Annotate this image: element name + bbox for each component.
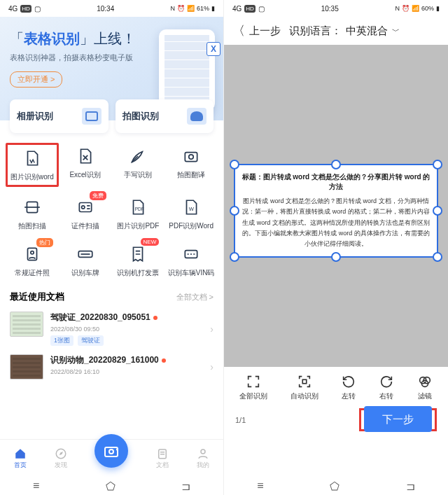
nav-home[interactable]: 首页 [13, 447, 27, 470]
doc-row[interactable]: 驾驶证_20220830_095051 2022/08/30 09:50 1张图… [0, 307, 223, 350]
chat-icon: ▢ [34, 5, 41, 13]
crop-handle-lm[interactable] [230, 206, 239, 216]
rotate-right-icon [379, 374, 394, 389]
next-button[interactable]: 下一步 [364, 406, 432, 432]
compass-icon [54, 447, 68, 460]
chat-icon: ▢ [258, 5, 265, 13]
page-indicator: 1/1 [235, 416, 246, 424]
feature-license-plate[interactable]: 识别车牌 [59, 241, 112, 281]
scan-icon [22, 197, 43, 218]
crop-box[interactable]: 标题：图片转成 word 文档是怎么做的？分享图片转 word 的方法 图片转成… [234, 164, 438, 258]
tool-auto-recognize[interactable]: 自动识别 [290, 374, 318, 401]
crop-handle-tr[interactable] [433, 160, 442, 169]
menu-icon[interactable]: ≡ [257, 480, 263, 492]
crop-handle-bl[interactable] [230, 252, 239, 262]
hd-badge: HD [20, 5, 31, 13]
status-bar: 4G HD ▢ 10:35 N ⏰ 📶 60% ▮ [224, 0, 448, 17]
hd-badge: HD [244, 5, 255, 13]
album-recognize-card[interactable]: 相册识别 [10, 99, 108, 133]
left-phone: 4G HD ▢ 10:34 N ⏰ 📶 61% ▮ 「表格识别」上线！ 表格识别… [0, 0, 224, 495]
excel-doc-icon [75, 146, 96, 167]
svg-point-15 [201, 449, 205, 454]
menu-icon[interactable]: ≡ [33, 480, 39, 492]
tool-filter[interactable]: 滤镜 [417, 374, 433, 401]
nav-docs[interactable]: 文档 [155, 447, 169, 470]
free-badge: 免费 [90, 191, 106, 200]
crop-handle-br[interactable] [433, 252, 442, 262]
person-icon [196, 447, 210, 460]
home-icon [13, 447, 27, 460]
battery-icon: ▮ [436, 5, 440, 12]
svg-text:W: W [189, 206, 195, 212]
recent-header: 最近使用文档 全部文档 > [0, 285, 223, 307]
lang-value[interactable]: 中英混合 [346, 25, 388, 38]
wifi-icon: 📶 [187, 5, 195, 12]
crop-canvas[interactable]: 标题：图片转成 word 文档是怎么做的？分享图片转 word 的方法 图片转成… [224, 45, 448, 367]
feature-scan[interactable]: 拍图扫描 [6, 194, 59, 234]
crop-handle-rm[interactable] [433, 206, 442, 216]
svg-point-8 [31, 251, 34, 254]
network-label: 4G [232, 5, 241, 13]
new-badge: NEW [141, 238, 160, 246]
crop-handle-bm[interactable] [331, 252, 341, 262]
vin-icon [181, 244, 202, 265]
svg-rect-0 [185, 153, 197, 162]
hot-badge: 热门 [36, 238, 53, 247]
crop-text-body: 图片转成 word 文档是怎么做的？图片转成 word 文档，分为两种情况：第一… [241, 196, 431, 249]
feature-image-to-word[interactable]: 图片识别word [6, 143, 59, 187]
home-sys-icon[interactable]: ⬠ [330, 480, 340, 493]
doc-meta: 2022/08/30 09:50 [50, 326, 203, 333]
crop-header: 〈 上一步 识别语言： 中英混合 ﹀ [224, 17, 448, 45]
filter-icon [417, 374, 433, 389]
camera-recognize-card[interactable]: 拍图识别 [115, 99, 214, 133]
svg-point-13 [109, 449, 113, 454]
home-sys-icon[interactable]: ⬠ [106, 480, 115, 493]
camera-plus-icon [103, 442, 120, 459]
right-phone: 4G HD ▢ 10:35 N ⏰ 📶 60% ▮ 〈 上一步 识别语言： 中英… [224, 0, 448, 495]
battery-label: 61% [197, 5, 209, 12]
nav-camera-button[interactable] [94, 434, 128, 468]
crop-handle-tl[interactable] [230, 160, 239, 169]
nav-discover[interactable]: 发现 [54, 447, 68, 470]
pdf-icon: PDF [127, 197, 148, 218]
status-time: 10:35 [321, 5, 339, 13]
card-label: 拍图识别 [122, 110, 159, 123]
doc-row[interactable]: 识别动物_20220829_161000 2022/08/29 16:10 › [0, 350, 223, 384]
feature-id-photo[interactable]: 热门 常规证件照 [6, 241, 59, 281]
svg-text:PDF: PDF [135, 207, 144, 211]
tool-rotate-right[interactable]: 右转 [379, 374, 394, 401]
unread-dot [162, 358, 166, 363]
chevron-down-icon[interactable]: ﹀ [392, 26, 400, 36]
system-nav: ≡ ⬠ ⊐ [224, 477, 448, 495]
feature-id-scan[interactable]: 免费 证件扫描 [59, 194, 112, 234]
feather-icon [127, 146, 148, 167]
auto-crop-icon [297, 374, 312, 389]
hero-cta-button[interactable]: 立即开通 > [10, 71, 62, 88]
doc-tag: 1张图 [50, 335, 74, 346]
tool-rotate-left[interactable]: 左转 [341, 374, 356, 401]
chevron-right-icon: › [210, 323, 214, 335]
tool-recognize-all[interactable]: 全部识别 [239, 374, 267, 401]
back-sys-icon[interactable]: ⊐ [406, 480, 415, 493]
crop-handle-tm[interactable] [331, 160, 341, 169]
back-sys-icon[interactable]: ⊐ [181, 480, 190, 493]
camera-translate-icon [181, 146, 202, 167]
camera-icon [187, 108, 206, 125]
nfc-icon: N [170, 5, 175, 12]
feature-pdf-to-word[interactable]: W PDF识别Word [164, 194, 218, 234]
feature-vin[interactable]: 识别车辆VIN码 [164, 241, 218, 281]
status-bar: 4G HD ▢ 10:34 N ⏰ 📶 61% ▮ [0, 0, 223, 17]
feature-image-to-pdf[interactable]: PDF 图片识别PDF [112, 194, 165, 234]
all-docs-link[interactable]: 全部文档 > [176, 292, 214, 302]
back-icon[interactable]: 〈 [232, 22, 245, 39]
back-label[interactable]: 上一步 [249, 25, 281, 38]
feature-translate[interactable]: 拍图翻译 [164, 143, 218, 187]
feature-handwriting[interactable]: 手写识别 [112, 143, 165, 187]
feature-grid: 图片识别word Excel识别 手写识别 拍图翻译 拍图扫描 免费 [0, 133, 223, 285]
nav-me[interactable]: 我的 [196, 447, 210, 470]
feature-invoice[interactable]: NEW 识别机打发票 [112, 241, 165, 281]
doc-title: 识别动物_20220829_161000 [50, 354, 159, 366]
feature-excel[interactable]: Excel识别 [59, 143, 112, 187]
battery-icon: ▮ [211, 5, 215, 12]
svg-point-1 [189, 155, 194, 160]
